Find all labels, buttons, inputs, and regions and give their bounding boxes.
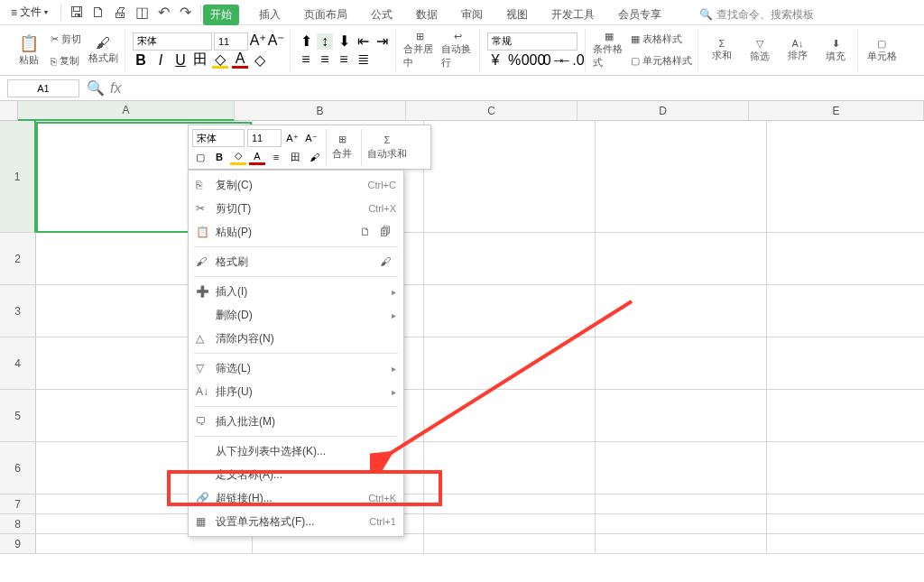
cell[interactable] bbox=[424, 390, 596, 442]
row-header-2[interactable]: 2 bbox=[0, 233, 36, 285]
filter-button[interactable]: ▽筛选 bbox=[744, 29, 776, 72]
cell[interactable] bbox=[424, 514, 596, 534]
fill-button[interactable]: ⬇填充 bbox=[819, 29, 852, 72]
cell[interactable] bbox=[767, 285, 924, 337]
cell[interactable] bbox=[424, 494, 596, 514]
cell[interactable] bbox=[767, 534, 924, 554]
mini-format-icon[interactable]: ▢ bbox=[192, 149, 208, 165]
ctx-clear[interactable]: △清除内容(N) bbox=[189, 327, 403, 350]
paste-button[interactable]: 📋 粘贴 bbox=[13, 29, 45, 72]
cell[interactable] bbox=[767, 494, 924, 514]
ctx-paste[interactable]: 📋粘贴(P)🗋🗐 bbox=[189, 220, 403, 244]
ctx-dropdown-list[interactable]: 从下拉列表中选择(K)... bbox=[189, 439, 403, 463]
mini-bold-icon[interactable]: B bbox=[211, 149, 227, 165]
cell[interactable] bbox=[596, 494, 767, 514]
sort-button[interactable]: A↓排序 bbox=[781, 29, 814, 72]
cell[interactable] bbox=[424, 233, 596, 285]
font-size-select[interactable] bbox=[214, 32, 248, 51]
row-header-5[interactable]: 5 bbox=[0, 390, 36, 442]
wrap-button[interactable]: ↩自动换行 bbox=[441, 29, 474, 72]
name-box[interactable] bbox=[7, 79, 79, 97]
mini-fill-color-icon[interactable]: ◇ bbox=[230, 149, 246, 165]
mini-format-painter-icon[interactable]: 🖌 bbox=[306, 149, 322, 165]
cell[interactable] bbox=[767, 390, 924, 442]
column-header-E[interactable]: E bbox=[749, 101, 924, 121]
cell[interactable] bbox=[767, 442, 924, 494]
bold-icon[interactable]: B bbox=[133, 52, 149, 69]
cell-button[interactable]: ▢单元格 bbox=[865, 29, 898, 72]
row-header-4[interactable]: 4 bbox=[0, 337, 36, 390]
column-header-B[interactable]: B bbox=[235, 101, 406, 121]
cell[interactable] bbox=[596, 514, 767, 534]
ctx-sort[interactable]: A↓排序(U)▸ bbox=[189, 380, 403, 403]
mini-font-size[interactable] bbox=[247, 129, 282, 147]
indent-increase-icon[interactable]: ⇥ bbox=[374, 33, 390, 50]
align-bottom-icon[interactable]: ⬇ bbox=[336, 33, 352, 50]
ctx-copy[interactable]: ⎘复制(C)Ctrl+C bbox=[189, 173, 403, 197]
cell[interactable] bbox=[767, 514, 924, 534]
mini-font-color-icon[interactable]: A bbox=[249, 149, 265, 165]
zoom-icon[interactable]: 🔍 bbox=[87, 79, 105, 97]
cell[interactable] bbox=[596, 390, 767, 442]
font-color-icon[interactable]: A bbox=[232, 52, 248, 69]
increase-font-icon[interactable]: A⁺ bbox=[250, 32, 266, 49]
cell[interactable] bbox=[767, 121, 924, 233]
align-center-icon[interactable]: ≡ bbox=[317, 51, 333, 68]
tab-start[interactable]: 开始 bbox=[203, 5, 239, 25]
align-middle-icon[interactable]: ↕ bbox=[317, 33, 333, 50]
percent-icon[interactable]: % bbox=[506, 52, 522, 69]
decrease-decimal-icon[interactable]: ←.0 bbox=[563, 52, 579, 69]
column-header-A[interactable]: A bbox=[18, 101, 235, 121]
cell[interactable] bbox=[596, 233, 767, 285]
ctx-define-name[interactable]: 定义名称(A)... bbox=[189, 463, 403, 486]
row-header-3[interactable]: 3 bbox=[0, 285, 36, 337]
paste-values-icon[interactable]: 🗐 bbox=[380, 226, 396, 238]
select-all-corner[interactable] bbox=[0, 101, 18, 121]
mini-merge-button[interactable]: ⊞ 合并 bbox=[326, 129, 357, 165]
align-top-icon[interactable]: ⬆ bbox=[298, 33, 314, 50]
tab-review[interactable]: 审阅 bbox=[457, 5, 486, 25]
fx-icon[interactable]: fx bbox=[110, 80, 121, 97]
ctx-delete[interactable]: 删除(D)▸ bbox=[189, 303, 403, 327]
underline-icon[interactable]: U bbox=[172, 52, 189, 69]
mini-border-icon[interactable]: 田 bbox=[287, 149, 303, 165]
border-icon[interactable]: 田 bbox=[192, 52, 208, 69]
row-header-1[interactable]: 1 bbox=[0, 121, 36, 233]
sum-button[interactable]: Σ求和 bbox=[706, 29, 738, 72]
ctx-filter[interactable]: ▽筛选(L)▸ bbox=[189, 356, 403, 380]
tab-dev[interactable]: 开发工具 bbox=[548, 5, 598, 25]
cell[interactable] bbox=[424, 285, 596, 337]
ctx-format-cells[interactable]: ▦设置单元格格式(F)...Ctrl+1 bbox=[189, 510, 403, 533]
cell[interactable] bbox=[596, 121, 767, 233]
row-header-8[interactable]: 8 bbox=[0, 514, 36, 534]
conditional-format-button[interactable]: ▦条件格式 bbox=[593, 29, 625, 72]
formula-input[interactable] bbox=[128, 79, 917, 97]
cell[interactable] bbox=[596, 285, 767, 337]
align-left-icon[interactable]: ≡ bbox=[298, 51, 314, 68]
cell[interactable] bbox=[36, 534, 253, 554]
cell[interactable] bbox=[596, 442, 767, 494]
cell-style-button[interactable]: ▢单元格样式 bbox=[631, 51, 692, 71]
column-header-C[interactable]: C bbox=[406, 101, 578, 121]
cell[interactable] bbox=[424, 534, 596, 554]
number-format-select[interactable] bbox=[487, 32, 578, 51]
cell[interactable] bbox=[767, 233, 924, 285]
table-style-button[interactable]: ▦表格样式 bbox=[631, 30, 692, 50]
clear-format-icon[interactable]: ◇ bbox=[252, 52, 268, 69]
decrease-font-icon[interactable]: A⁻ bbox=[268, 32, 284, 49]
currency-icon[interactable]: ¥ bbox=[487, 52, 504, 69]
ctx-hyperlink[interactable]: 🔗超链接(H)...Ctrl+K bbox=[189, 486, 403, 510]
merge-button[interactable]: ⊞合并居中 bbox=[403, 29, 436, 72]
column-header-D[interactable]: D bbox=[578, 101, 749, 121]
paste-special-icon[interactable]: 🗋 bbox=[360, 226, 376, 238]
tab-layout[interactable]: 页面布局 bbox=[300, 5, 351, 25]
justify-icon[interactable]: ≣ bbox=[355, 51, 371, 68]
cell[interactable] bbox=[253, 534, 424, 554]
tab-member[interactable]: 会员专享 bbox=[614, 5, 665, 25]
tab-view[interactable]: 视图 bbox=[503, 5, 531, 25]
row-header-9[interactable]: 9 bbox=[0, 534, 36, 554]
mini-increase-font-icon[interactable]: A⁺ bbox=[284, 130, 300, 146]
format-painter-button[interactable]: 🖌 格式刷 bbox=[87, 29, 119, 72]
ctx-comment[interactable]: 🗨插入批注(M) bbox=[189, 410, 403, 433]
align-right-icon[interactable]: ≡ bbox=[336, 51, 352, 68]
